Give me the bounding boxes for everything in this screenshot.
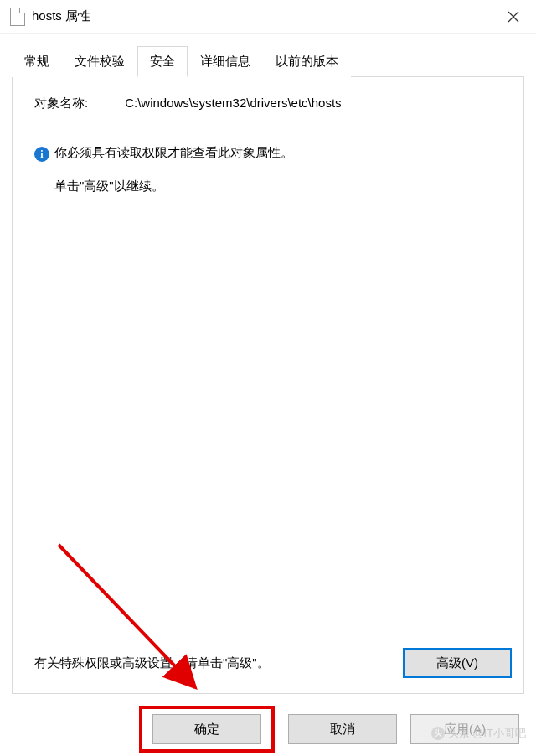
hint-text: 单击"高级"以继续。 xyxy=(54,179,502,194)
dialog-footer: 确定 取消 应用(A) xyxy=(0,694,536,756)
annotation-highlight-box: 确定 xyxy=(139,706,275,753)
tabs-container: 常规 文件校验 安全 详细信息 以前的版本 xyxy=(0,34,536,77)
info-icon: i xyxy=(34,147,49,162)
file-icon xyxy=(10,8,25,26)
ok-button[interactable]: 确定 xyxy=(152,714,261,744)
close-icon xyxy=(508,11,519,23)
apply-button[interactable]: 应用(A) xyxy=(410,714,519,744)
tab-security[interactable]: 安全 xyxy=(137,46,188,77)
cancel-button[interactable]: 取消 xyxy=(288,714,397,744)
window-title: hosts 属性 xyxy=(32,8,494,24)
info-text: 你必须具有读取权限才能查看此对象属性。 xyxy=(54,145,293,161)
object-name-label: 对象名称: xyxy=(34,96,88,111)
tab-details[interactable]: 详细信息 xyxy=(188,46,263,77)
titlebar: hosts 属性 xyxy=(0,0,536,34)
object-name-value: C:\windows\system32\drivers\etc\hosts xyxy=(125,96,341,111)
advanced-hint-text: 有关特殊权限或高级设置，请单击"高级"。 xyxy=(34,655,394,671)
close-button[interactable] xyxy=(494,0,533,34)
tab-checksum[interactable]: 文件校验 xyxy=(62,46,137,77)
tab-strip: 常规 文件校验 安全 详细信息 以前的版本 xyxy=(12,45,524,77)
tab-general[interactable]: 常规 xyxy=(12,46,62,77)
info-row: i 你必须具有读取权限才能查看此对象属性。 xyxy=(34,145,502,162)
advanced-row: 有关特殊权限或高级设置，请单击"高级"。 高级(V) xyxy=(34,648,512,678)
tab-previous[interactable]: 以前的版本 xyxy=(263,46,351,77)
object-name-row: 对象名称: C:\windows\system32\drivers\etc\ho… xyxy=(34,96,502,111)
advanced-button[interactable]: 高级(V) xyxy=(403,648,512,678)
tab-content-security: 对象名称: C:\windows\system32\drivers\etc\ho… xyxy=(12,77,524,694)
